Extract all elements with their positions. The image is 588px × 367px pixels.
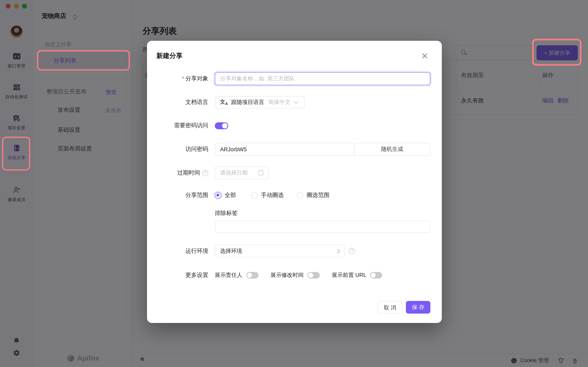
password-row: 访问密码 ARJorbW5 随机生成 [147, 143, 442, 156]
new-share-modal: 新建分享 *分享对象 分享对象名称，如: 第三方团队 文档语言 文A 跟随项目语… [147, 41, 442, 323]
generate-password-label: 随机生成 [381, 146, 403, 153]
chevron-right-icon [336, 249, 340, 253]
radio-label-manual[interactable]: 手动圈选 [261, 192, 284, 199]
cancel-button[interactable]: 取 消 [378, 301, 402, 314]
expire-label-wrap: 过期时间 ? [147, 169, 208, 176]
doc-language-select[interactable]: 文A 跟随项目语言 简体中文 [215, 96, 305, 108]
radio-scope-all[interactable] [215, 192, 221, 199]
password-value: ARJorbW5 [220, 146, 247, 152]
more-settings-row: 更多设置 展示责任人 展示修改时间 展示前置 URL [147, 272, 442, 279]
show-modified-toggle[interactable] [307, 272, 320, 278]
radio-label-all[interactable]: 全部 [225, 192, 236, 199]
scope-row: 分享范围 全部 手动圈选 圈选范围 [147, 192, 442, 199]
show-owner-label: 展示责任人 [215, 272, 242, 279]
password-required-label: 需要密码访问 [147, 122, 208, 129]
environment-label: 运行环境 [147, 247, 208, 255]
exclude-tags-input[interactable] [215, 221, 430, 233]
show-base-url-label: 展示前置 URL [332, 272, 366, 279]
app-window: 接口管理 自动化测试 项目设置 在线分享 邀请成员 [0, 0, 588, 367]
password-required-toggle[interactable] [215, 122, 228, 129]
generate-password-button[interactable]: 随机生成 [355, 143, 430, 156]
calendar-icon [259, 170, 263, 175]
expire-help-icon[interactable]: ? [202, 170, 208, 176]
close-icon[interactable] [421, 53, 428, 59]
environment-row: 运行环境 选择环境 ? [147, 245, 442, 257]
radio-scope-manual[interactable] [251, 192, 258, 199]
expire-date-input[interactable]: 请选择日期 [215, 166, 269, 179]
password-required-row: 需要密码访问 [147, 122, 442, 129]
share-target-input[interactable]: 分享对象名称，如: 第三方团队 [215, 72, 430, 85]
exclude-tags-label: 排除标签 [215, 210, 238, 217]
share-target-row: *分享对象 分享对象名称，如: 第三方团队 [147, 72, 442, 85]
show-base-url-toggle[interactable] [370, 272, 382, 278]
save-button[interactable]: 保 存 [406, 301, 430, 314]
show-modified-label: 展示修改时间 [270, 272, 303, 279]
expire-placeholder: 请选择日期 [220, 169, 248, 176]
environment-select[interactable]: 选择环境 [215, 245, 345, 257]
scope-label: 分享范围 [147, 192, 208, 199]
share-target-label: *分享对象 [147, 75, 208, 82]
annotation-box-online-share [2, 137, 30, 170]
radio-label-range[interactable]: 圈选范围 [307, 192, 329, 199]
translate-icon: 文A [220, 99, 228, 106]
expire-row: 过期时间 ? 请选择日期 [147, 166, 442, 179]
environment-help-icon[interactable]: ? [349, 248, 355, 254]
show-owner-toggle[interactable] [246, 272, 258, 278]
annotation-box-share-list [37, 50, 130, 71]
annotation-box-new-share [532, 39, 581, 66]
radio-scope-range[interactable] [297, 192, 303, 199]
doc-language-label: 文档语言 [147, 99, 208, 106]
chevron-down-icon [294, 99, 298, 104]
environment-placeholder: 选择环境 [220, 247, 242, 255]
expire-label: 过期时间 [177, 169, 200, 176]
share-target-placeholder: 分享对象名称，如: 第三方团队 [220, 75, 295, 82]
doc-language-row: 文档语言 文A 跟随项目语言 简体中文 [147, 96, 442, 108]
password-input[interactable]: ARJorbW5 [215, 143, 355, 156]
modal-title: 新建分享 [156, 52, 182, 60]
doc-language-secondary: 简体中文 [268, 99, 290, 106]
required-mark: * [182, 75, 184, 82]
password-label: 访问密码 [147, 146, 208, 153]
doc-language-value: 跟随项目语言 [231, 99, 264, 106]
more-settings-label: 更多设置 [147, 272, 208, 279]
